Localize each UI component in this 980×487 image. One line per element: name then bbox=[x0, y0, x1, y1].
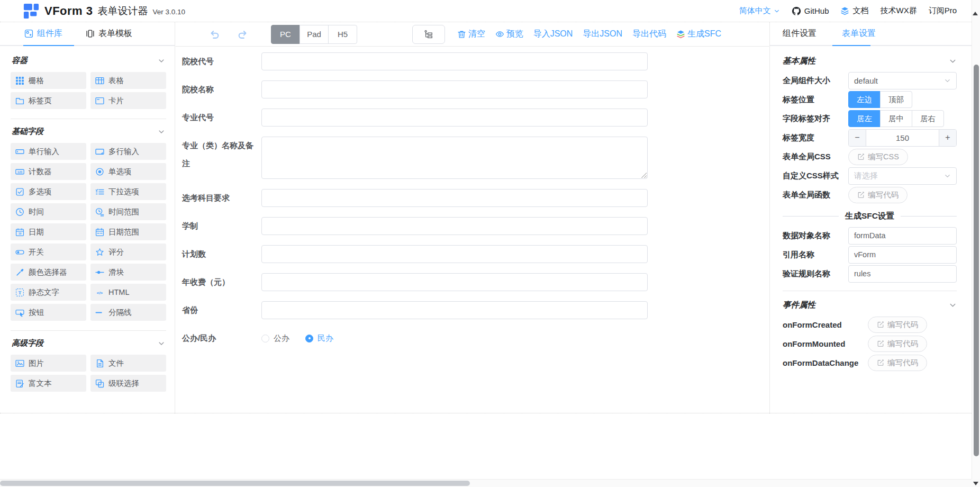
scrollbar-up-arrow[interactable] bbox=[973, 12, 978, 15]
vertical-scrollbar[interactable] bbox=[972, 0, 980, 479]
setting-row-label-position: 标签位置 左边 顶部 bbox=[783, 90, 957, 109]
horizontal-scrollbar-thumb[interactable] bbox=[0, 481, 470, 486]
widget-item-tab-panel[interactable]: 标签页 bbox=[11, 92, 86, 109]
widget-item-divider[interactable]: 分隔线 bbox=[90, 304, 166, 321]
export-json-button[interactable]: 导出JSON bbox=[583, 29, 622, 40]
widget-item-rich-editor[interactable]: 富文本 bbox=[11, 375, 86, 392]
form-field-row[interactable]: 学制 bbox=[182, 217, 769, 235]
widget-item-date[interactable]: 日期 bbox=[11, 223, 86, 240]
widget-item-grid[interactable]: 栅格 bbox=[11, 72, 86, 89]
widget-item-button[interactable]: 按钮 bbox=[11, 304, 86, 321]
widget-item-file[interactable]: 文件 bbox=[90, 355, 166, 372]
widget-item-switch[interactable]: 开关 bbox=[11, 244, 86, 260]
section-header-basic-fields[interactable]: 基础字段 bbox=[12, 127, 165, 137]
device-h5-button[interactable]: H5 bbox=[328, 25, 357, 44]
device-pc-button[interactable]: PC bbox=[271, 25, 300, 44]
horizontal-scrollbar[interactable] bbox=[0, 479, 972, 487]
tab-form-settings[interactable]: 表单设置 bbox=[842, 28, 876, 39]
device-pad-button[interactable]: Pad bbox=[300, 25, 329, 44]
section-header-advanced-fields[interactable]: 高级字段 bbox=[12, 338, 165, 348]
generate-sfc-button[interactable]: 生成SFC bbox=[676, 29, 721, 40]
stepper-decrease-button[interactable]: − bbox=[849, 130, 866, 146]
language-select[interactable]: 简体中文 bbox=[739, 6, 780, 16]
label-align-left[interactable]: 居左 bbox=[848, 110, 881, 127]
label-width-value[interactable]: 150 bbox=[866, 130, 939, 146]
label-align-right[interactable]: 居右 bbox=[912, 110, 944, 127]
vertical-scrollbar-thumb[interactable] bbox=[974, 65, 979, 456]
field-input-annual-fee[interactable] bbox=[261, 273, 648, 291]
section-header-containers[interactable]: 容器 bbox=[12, 56, 165, 66]
form-canvas[interactable]: 院校代号 院校名称 专业代号 专业（类）名称及备注 选考科目要求 bbox=[176, 47, 769, 413]
radio-option-private[interactable]: 民办 bbox=[305, 333, 333, 344]
rules-name-input[interactable] bbox=[848, 265, 957, 283]
form-field-row[interactable]: 选考科目要求 bbox=[182, 189, 769, 207]
tab-form-template[interactable]: 表单模板 bbox=[86, 28, 132, 39]
form-field-row[interactable]: 年收费（元） bbox=[182, 273, 769, 291]
widget-item-html[interactable]: HTML bbox=[90, 284, 166, 301]
docs-link[interactable]: 文档 bbox=[840, 6, 868, 16]
form-field-row[interactable]: 院校名称 bbox=[182, 80, 769, 98]
export-code-button[interactable]: 导出代码 bbox=[632, 29, 666, 40]
field-input-college-name[interactable] bbox=[261, 80, 648, 98]
field-input-plan-count[interactable] bbox=[261, 245, 648, 263]
wx-group-link[interactable]: 技术WX群 bbox=[880, 6, 917, 16]
form-field-row[interactable]: 专业代号 bbox=[182, 109, 769, 127]
onformmounted-edit-button[interactable]: 编写代码 bbox=[868, 336, 927, 352]
node-tree-button[interactable] bbox=[412, 25, 445, 44]
widget-item-cascader[interactable]: 级联选择 bbox=[90, 375, 166, 392]
widget-item-table[interactable]: 表格 bbox=[90, 72, 166, 89]
field-input-college-code[interactable] bbox=[261, 52, 648, 70]
widget-item-select[interactable]: 下拉选项 bbox=[90, 183, 166, 200]
tab-widget-settings[interactable]: 组件设置 bbox=[783, 28, 816, 39]
widget-item-slider[interactable]: 滑块 bbox=[90, 264, 166, 281]
label-position-left[interactable]: 左边 bbox=[848, 91, 881, 108]
clear-button[interactable]: 清空 bbox=[457, 29, 485, 40]
radio-option-public[interactable]: 公办 bbox=[261, 333, 289, 344]
form-field-row[interactable]: 计划数 bbox=[182, 245, 769, 263]
preview-button[interactable]: 预览 bbox=[495, 29, 523, 40]
stepper-increase-button[interactable]: + bbox=[939, 130, 956, 146]
custom-css-select[interactable]: 请选择 bbox=[848, 167, 957, 185]
form-field-row[interactable]: 院校代号 bbox=[182, 52, 769, 70]
field-input-schooling-years[interactable] bbox=[261, 217, 648, 235]
form-field-row[interactable]: 省份 bbox=[182, 301, 769, 319]
label-align-center[interactable]: 居中 bbox=[880, 110, 912, 127]
field-input-major-code[interactable] bbox=[261, 109, 648, 127]
widget-item-card[interactable]: 卡片 bbox=[90, 92, 166, 109]
widget-item-time-range[interactable]: 时间范围 bbox=[90, 203, 166, 220]
widget-item-textarea[interactable]: 多行输入 bbox=[90, 143, 166, 160]
global-size-select[interactable]: default bbox=[848, 72, 957, 89]
widget-item-checkbox[interactable]: 多选项 bbox=[11, 183, 86, 200]
write-function-button[interactable]: 编写代码 bbox=[848, 187, 908, 203]
import-json-button[interactable]: 导入JSON bbox=[533, 29, 573, 40]
redo-icon[interactable] bbox=[237, 29, 249, 40]
section-header-event-props[interactable]: 事件属性 bbox=[783, 300, 957, 311]
onformdatachange-edit-button[interactable]: 编写代码 bbox=[868, 355, 927, 371]
field-textarea-major-name-remark[interactable] bbox=[261, 137, 648, 179]
widget-item-number[interactable]: 计数器 bbox=[11, 163, 86, 180]
ref-name-input[interactable] bbox=[848, 246, 957, 264]
form-field-row[interactable]: 专业（类）名称及备注 bbox=[182, 137, 769, 179]
tab-widget-library[interactable]: 组件库 bbox=[24, 28, 62, 39]
undo-icon[interactable] bbox=[208, 29, 220, 40]
github-link[interactable]: GitHub bbox=[792, 6, 829, 16]
field-input-subject-requirement[interactable] bbox=[261, 189, 648, 207]
widget-item-static-text[interactable]: 静态文字 bbox=[11, 284, 86, 301]
widget-item-date-range[interactable]: 日期范围 bbox=[90, 223, 166, 240]
widget-item-picture[interactable]: 图片 bbox=[11, 355, 86, 372]
section-header-basic-props[interactable]: 基本属性 bbox=[783, 56, 957, 67]
widget-item-rate[interactable]: 评分 bbox=[90, 244, 166, 260]
write-css-button[interactable]: 编写CSS bbox=[848, 149, 908, 165]
subscribe-pro-link[interactable]: 订阅Pro bbox=[929, 6, 957, 16]
widget-item-time[interactable]: 时间 bbox=[11, 203, 86, 220]
widget-item-color-picker[interactable]: 颜色选择器 bbox=[11, 264, 86, 281]
section-title: 容器 bbox=[12, 56, 28, 66]
widget-item-radio[interactable]: 单选项 bbox=[90, 163, 166, 180]
data-object-name-input[interactable] bbox=[848, 227, 957, 245]
onformcreated-edit-button[interactable]: 编写代码 bbox=[868, 317, 927, 333]
field-input-province[interactable] bbox=[261, 301, 648, 319]
form-field-row[interactable]: 公办/民办 公办 民办 bbox=[182, 329, 769, 347]
label-position-top[interactable]: 顶部 bbox=[880, 91, 912, 108]
scrollbar-down-arrow[interactable] bbox=[973, 482, 978, 485]
widget-item-input[interactable]: 单行输入 bbox=[11, 143, 86, 160]
